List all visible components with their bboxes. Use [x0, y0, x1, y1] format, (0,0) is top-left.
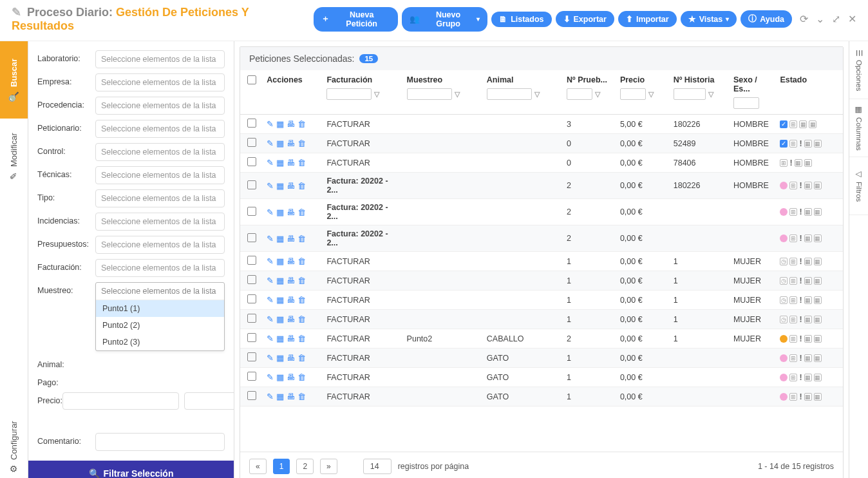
- row-checkbox[interactable]: [247, 180, 256, 189]
- grid-icon[interactable]: ▦: [276, 276, 284, 285]
- filter-comentario[interactable]: [95, 433, 225, 451]
- print-icon[interactable]: 🖶: [287, 139, 295, 148]
- grid-icon[interactable]: ▦: [276, 372, 284, 382]
- filter-icon[interactable]: ▽: [534, 90, 540, 99]
- table-row[interactable]: ✎ ▦ 🖶 🗑 FACTURAR 1 0,00 € 1 MUJER ◷⊞!▦▦: [240, 271, 843, 291]
- row-checkbox[interactable]: [247, 333, 256, 342]
- col-facturacion[interactable]: Facturación▽: [323, 70, 402, 115]
- row-checkbox[interactable]: [247, 294, 256, 303]
- exportar-button[interactable]: ⬇Exportar: [556, 11, 614, 27]
- filter-select-muestreo[interactable]: Seleccione elementos de la lista Punto1 …: [95, 282, 225, 351]
- row-checkbox[interactable]: [247, 207, 256, 216]
- print-icon[interactable]: 🖶: [287, 372, 295, 382]
- edit-icon[interactable]: ✎: [267, 353, 274, 363]
- filter-select-procedencia[interactable]: Seleccione elementos de la lista: [95, 97, 225, 115]
- print-icon[interactable]: 🖶: [287, 295, 295, 305]
- print-icon[interactable]: 🖶: [287, 276, 295, 285]
- filter-select-peticionario[interactable]: Seleccione elementos de la lista: [95, 120, 225, 138]
- print-icon[interactable]: 🖶: [287, 207, 295, 217]
- filter-npruebas[interactable]: [567, 88, 592, 100]
- table-row[interactable]: ✎ ▦ 🖶 🗑 Factura: 20202 - 2... 2 0,00 € 1…: [240, 173, 843, 199]
- close-icon[interactable]: ✕: [848, 13, 856, 25]
- col-precio[interactable]: Precio▽: [616, 70, 670, 115]
- refresh-icon[interactable]: ⟳: [800, 13, 808, 25]
- delete-icon[interactable]: 🗑: [297, 256, 306, 266]
- grid-icon[interactable]: ▦: [276, 256, 284, 266]
- filter-select-tipo[interactable]: Seleccione elementos de la lista: [95, 189, 225, 207]
- select-all-checkbox[interactable]: [247, 75, 256, 84]
- delete-icon[interactable]: 🗑: [297, 392, 306, 401]
- edit-icon[interactable]: ✎: [267, 372, 274, 382]
- tab-buscar[interactable]: 🔍Buscar: [0, 41, 28, 119]
- table-row[interactable]: ✎ ▦ 🖶 🗑 Factura: 20202 - 2... 2 0,00 € ⊞…: [240, 225, 843, 252]
- filter-icon[interactable]: ▽: [595, 90, 600, 99]
- filter-select-laboratorio[interactable]: Seleccione elementos de la lista: [95, 50, 225, 68]
- filter-icon[interactable]: ▽: [648, 90, 654, 99]
- tab-configurar[interactable]: ⚙Configurar: [0, 409, 28, 478]
- filter-sexo[interactable]: [733, 97, 759, 109]
- print-icon[interactable]: 🖶: [287, 256, 295, 266]
- row-checkbox[interactable]: [247, 119, 256, 128]
- edit-icon[interactable]: ✎: [267, 334, 274, 343]
- delete-icon[interactable]: 🗑: [297, 334, 306, 343]
- tab-opciones[interactable]: ☰Opciones: [849, 41, 868, 99]
- delete-icon[interactable]: 🗑: [297, 234, 306, 244]
- delete-icon[interactable]: 🗑: [297, 207, 306, 217]
- col-animal[interactable]: Animal▽: [483, 70, 563, 115]
- dropdown-option[interactable]: Punto2 (3): [96, 334, 224, 350]
- print-icon[interactable]: 🖶: [287, 119, 295, 129]
- nueva-peticion-button[interactable]: ＋Nueva Petición: [314, 7, 398, 32]
- col-npruebas[interactable]: Nº Prueb...▽: [563, 70, 616, 115]
- importar-button[interactable]: ⬆Importar: [618, 11, 677, 27]
- col-muestreo[interactable]: Muestreo▽: [403, 70, 483, 115]
- grid-icon[interactable]: ▦: [276, 119, 284, 129]
- row-checkbox[interactable]: [247, 256, 256, 265]
- filter-facturacion[interactable]: [326, 88, 372, 100]
- edit-icon[interactable]: ✎: [267, 158, 274, 167]
- table-row[interactable]: ✎ ▦ 🖶 🗑 FACTURAR 0 0,00 € 52489 HOMBRE ✓…: [240, 134, 843, 153]
- delete-icon[interactable]: 🗑: [297, 353, 306, 363]
- grid-icon[interactable]: ▦: [276, 314, 284, 324]
- grid-icon[interactable]: ▦: [276, 392, 284, 401]
- delete-icon[interactable]: 🗑: [297, 372, 306, 382]
- print-icon[interactable]: 🖶: [287, 234, 295, 244]
- filter-select-presupuestos[interactable]: Seleccione elementos de la lista: [95, 236, 225, 254]
- print-icon[interactable]: 🖶: [287, 353, 295, 363]
- grid-icon[interactable]: ▦: [276, 234, 284, 244]
- grid-icon[interactable]: ▦: [276, 295, 284, 305]
- col-estado[interactable]: Estado: [776, 70, 843, 115]
- print-icon[interactable]: 🖶: [287, 158, 295, 167]
- table-row[interactable]: ✎ ▦ 🖶 🗑 Factura: 20202 - 2... 2 0,00 € ⊞…: [240, 199, 843, 225]
- grid-icon[interactable]: ▦: [276, 181, 284, 191]
- delete-icon[interactable]: 🗑: [297, 139, 306, 148]
- filter-icon[interactable]: ▽: [455, 90, 460, 99]
- vistas-button[interactable]: ★Vistas▾: [681, 11, 737, 27]
- delete-icon[interactable]: 🗑: [297, 158, 306, 167]
- delete-icon[interactable]: 🗑: [297, 119, 306, 129]
- delete-icon[interactable]: 🗑: [297, 276, 306, 285]
- edit-icon[interactable]: ✎: [267, 256, 274, 266]
- filter-select-incidencias[interactable]: Seleccione elementos de la lista: [95, 213, 225, 231]
- grid-icon[interactable]: ▦: [276, 334, 284, 343]
- row-checkbox[interactable]: [247, 391, 256, 400]
- edit-icon[interactable]: ✎: [267, 295, 274, 305]
- row-checkbox[interactable]: [247, 157, 256, 166]
- col-nhistoria[interactable]: Nº Historia▽: [670, 70, 730, 115]
- table-row[interactable]: ✎ ▦ 🖶 🗑 FACTURAR GATO 1 0,00 € ⊞!▦▦: [240, 349, 843, 368]
- table-row[interactable]: ✎ ▦ 🖶 🗑 FACTURAR 1 0,00 € 1 MUJER ◷⊞!▦▦: [240, 291, 843, 310]
- table-row[interactable]: ✎ ▦ 🖶 🗑 FACTURAR 1 0,00 € 1 MUJER ◷⊞!▦▦: [240, 310, 843, 329]
- row-checkbox[interactable]: [247, 138, 256, 147]
- page-size-select[interactable]: 14: [363, 459, 392, 474]
- edit-icon[interactable]: ✎: [267, 392, 274, 401]
- filtrar-seleccion-button[interactable]: 🔍 Filtrar Selección: [28, 461, 234, 478]
- filter-precio-min[interactable]: [62, 392, 179, 410]
- filter-icon[interactable]: ▽: [374, 90, 379, 99]
- filter-select-control[interactable]: Seleccione elementos de la lista: [95, 143, 225, 161]
- ayuda-button[interactable]: ⓘAyuda: [741, 10, 792, 28]
- filter-animal[interactable]: [487, 88, 532, 100]
- filter-icon[interactable]: ▽: [708, 90, 713, 99]
- pager-next-button[interactable]: »: [320, 459, 337, 474]
- filter-select-facturacion[interactable]: Seleccione elementos de la lista: [95, 259, 225, 277]
- dropdown-option[interactable]: Punto1 (1): [96, 300, 224, 317]
- table-row[interactable]: ✎ ▦ 🖶 🗑 FACTURAR 1 0,00 € 1 MUJER ◷⊞!▦▦: [240, 252, 843, 271]
